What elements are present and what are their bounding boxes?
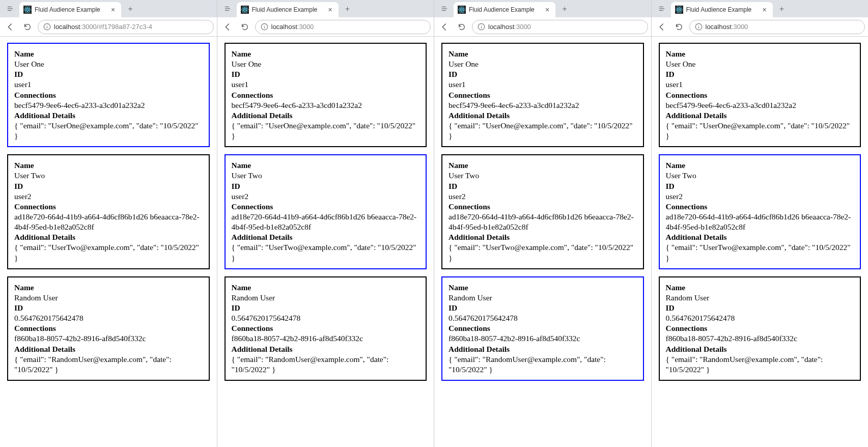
card-label-name: Name: [449, 49, 637, 59]
react-favicon-icon: [241, 6, 249, 14]
card-value-details: { "email": "UserTwo@example.com", "date"…: [666, 242, 854, 263]
address-bar[interactable]: localhost:3000/#f1798a87-27c3-4: [38, 20, 214, 34]
tab-title: Fluid Audience Example: [35, 6, 106, 13]
toolbar: localhost:3000: [217, 17, 434, 37]
card-value-id: user1: [449, 79, 637, 90]
browser-tab[interactable]: Fluid Audience Example×: [671, 2, 773, 17]
card-value-id: user2: [232, 191, 420, 202]
react-favicon-icon: [23, 6, 32, 14]
reload-button[interactable]: [20, 20, 35, 34]
new-tab-button[interactable]: +: [557, 2, 572, 16]
browser-window: Fluid Audience Example×+localhost:3000Na…: [652, 0, 869, 447]
back-button[interactable]: [437, 20, 452, 34]
user-card: NameUser TwoIDuser2Connectionsad18e720-6…: [7, 154, 210, 269]
card-value-connections: f860ba18-8057-42b2-8916-af8d540f332c: [14, 333, 203, 344]
card-label-details: Additional Details: [232, 110, 420, 121]
user-card: NameUser TwoIDuser2Connectionsad18e720-6…: [441, 154, 644, 269]
tab-actions-button[interactable]: [3, 2, 17, 16]
toolbar: localhost:3000: [652, 17, 869, 37]
card-value-id: user1: [14, 79, 203, 90]
card-label-name: Name: [449, 160, 637, 171]
card-label-details: Additional Details: [14, 110, 203, 121]
new-tab-button[interactable]: +: [775, 2, 789, 16]
card-label-connections: Connections: [666, 323, 854, 333]
card-label-details: Additional Details: [14, 232, 203, 242]
svg-point-16: [678, 9, 680, 11]
card-label-id: ID: [449, 303, 637, 313]
site-info-icon[interactable]: [695, 23, 703, 31]
toolbar: localhost:3000: [434, 17, 651, 37]
svg-point-1: [27, 9, 29, 11]
card-value-details: { "email": "RandomUser@example.com", "da…: [666, 354, 854, 375]
card-label-name: Name: [14, 160, 203, 171]
card-value-connections: ad18e720-664d-41b9-a664-4d6cf86b1d26 b6e…: [232, 212, 420, 232]
card-value-connections: ad18e720-664d-41b9-a664-4d6cf86b1d26 b6e…: [666, 212, 854, 232]
back-button[interactable]: [220, 20, 235, 34]
card-label-id: ID: [666, 69, 854, 79]
address-bar[interactable]: localhost:3000: [472, 20, 648, 34]
card-label-details: Additional Details: [14, 344, 203, 354]
user-card: NameRandom UserID0.5647620175642478Conne…: [659, 276, 861, 381]
close-tab-icon[interactable]: ×: [761, 6, 769, 14]
url-text: localhost:3000/#f1798a87-27c3-4: [54, 23, 152, 31]
card-label-name: Name: [666, 283, 854, 293]
close-tab-icon[interactable]: ×: [109, 6, 117, 14]
close-tab-icon[interactable]: ×: [543, 6, 551, 14]
browser-tab[interactable]: Fluid Audience Example×: [454, 2, 555, 17]
card-label-id: ID: [14, 303, 203, 313]
card-label-name: Name: [666, 49, 854, 59]
tab-actions-button[interactable]: [655, 2, 669, 16]
toolbar: localhost:3000/#f1798a87-27c3-4: [0, 17, 217, 37]
tab-actions-button[interactable]: [220, 2, 235, 16]
card-label-id: ID: [232, 303, 420, 313]
card-value-name: User Two: [232, 171, 420, 181]
browser-window: Fluid Audience Example×+localhost:3000Na…: [217, 0, 435, 447]
tab-actions-button[interactable]: [437, 2, 452, 16]
card-value-id: 0.5647620175642478: [449, 313, 637, 323]
back-button[interactable]: [3, 20, 17, 34]
card-value-details: { "email": "UserOne@example.com", "date"…: [232, 121, 420, 141]
card-label-name: Name: [14, 283, 203, 293]
card-label-connections: Connections: [666, 202, 854, 212]
card-value-connections: f860ba18-8057-42b2-8916-af8d540f332c: [232, 333, 420, 344]
reload-button[interactable]: [238, 20, 252, 34]
new-tab-button[interactable]: +: [123, 2, 137, 16]
card-value-name: User Two: [666, 171, 854, 181]
card-value-id: user1: [666, 79, 854, 90]
card-label-connections: Connections: [14, 202, 203, 212]
card-label-details: Additional Details: [666, 232, 854, 242]
page-content: NameUser OneIDuser1Connectionsbecf5479-9…: [434, 37, 651, 447]
back-button[interactable]: [655, 20, 669, 34]
card-label-details: Additional Details: [449, 232, 637, 242]
address-bar[interactable]: localhost:3000: [689, 20, 865, 34]
card-label-connections: Connections: [666, 90, 854, 100]
card-label-name: Name: [232, 49, 420, 59]
card-label-id: ID: [14, 181, 203, 191]
svg-point-11: [461, 9, 463, 11]
card-label-details: Additional Details: [449, 344, 637, 354]
card-value-connections: ad18e720-664d-41b9-a664-4d6cf86b1d26 b6e…: [449, 212, 637, 232]
address-bar[interactable]: localhost:3000: [255, 20, 431, 34]
card-label-name: Name: [232, 283, 420, 293]
card-value-id: user1: [232, 79, 420, 90]
card-label-name: Name: [666, 160, 854, 171]
site-info-icon[interactable]: [261, 23, 268, 31]
user-card: NameUser OneIDuser1Connectionsbecf5479-9…: [225, 43, 427, 147]
tab-strip: Fluid Audience Example×+: [434, 0, 651, 17]
browser-tab[interactable]: Fluid Audience Example×: [19, 2, 121, 17]
card-value-name: Random User: [232, 293, 420, 303]
card-value-name: User One: [449, 59, 637, 69]
reload-button[interactable]: [455, 20, 469, 34]
close-tab-icon[interactable]: ×: [326, 6, 334, 14]
reload-button[interactable]: [672, 20, 686, 34]
card-value-id: 0.5647620175642478: [14, 313, 203, 323]
site-info-icon[interactable]: [43, 23, 51, 31]
card-value-details: { "email": "UserOne@example.com", "date"…: [666, 121, 854, 141]
browser-tab[interactable]: Fluid Audience Example×: [237, 2, 339, 17]
user-card: NameRandom UserID0.5647620175642478Conne…: [225, 276, 427, 381]
card-label-details: Additional Details: [449, 110, 637, 121]
site-info-icon[interactable]: [478, 23, 485, 31]
user-card: NameRandom UserID0.5647620175642478Conne…: [441, 276, 644, 381]
card-value-id: user2: [666, 191, 854, 202]
new-tab-button[interactable]: +: [341, 2, 355, 16]
